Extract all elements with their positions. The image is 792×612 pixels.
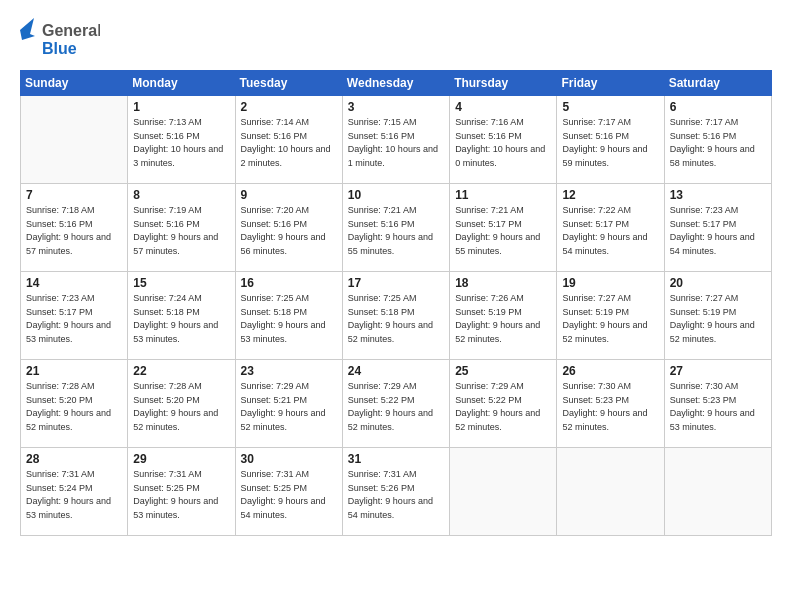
calendar-cell: 21Sunrise: 7:28 AMSunset: 5:20 PMDayligh… bbox=[21, 360, 128, 448]
calendar-cell: 20Sunrise: 7:27 AMSunset: 5:19 PMDayligh… bbox=[664, 272, 771, 360]
calendar-cell: 24Sunrise: 7:29 AMSunset: 5:22 PMDayligh… bbox=[342, 360, 449, 448]
day-number: 2 bbox=[241, 100, 337, 114]
day-info: Sunrise: 7:13 AMSunset: 5:16 PMDaylight:… bbox=[133, 116, 229, 170]
day-info: Sunrise: 7:31 AMSunset: 5:26 PMDaylight:… bbox=[348, 468, 444, 522]
calendar-cell: 16Sunrise: 7:25 AMSunset: 5:18 PMDayligh… bbox=[235, 272, 342, 360]
page: GeneralBlue SundayMondayTuesdayWednesday… bbox=[0, 0, 792, 612]
calendar-cell: 8Sunrise: 7:19 AMSunset: 5:16 PMDaylight… bbox=[128, 184, 235, 272]
calendar-week-3: 21Sunrise: 7:28 AMSunset: 5:20 PMDayligh… bbox=[21, 360, 772, 448]
calendar-cell: 26Sunrise: 7:30 AMSunset: 5:23 PMDayligh… bbox=[557, 360, 664, 448]
logo: GeneralBlue bbox=[20, 18, 100, 62]
day-info: Sunrise: 7:17 AMSunset: 5:16 PMDaylight:… bbox=[562, 116, 658, 170]
day-info: Sunrise: 7:17 AMSunset: 5:16 PMDaylight:… bbox=[670, 116, 766, 170]
day-number: 22 bbox=[133, 364, 229, 378]
day-number: 20 bbox=[670, 276, 766, 290]
svg-marker-0 bbox=[20, 18, 35, 40]
day-number: 10 bbox=[348, 188, 444, 202]
calendar-cell: 10Sunrise: 7:21 AMSunset: 5:16 PMDayligh… bbox=[342, 184, 449, 272]
col-header-tuesday: Tuesday bbox=[235, 71, 342, 96]
day-number: 30 bbox=[241, 452, 337, 466]
day-info: Sunrise: 7:29 AMSunset: 5:22 PMDaylight:… bbox=[455, 380, 551, 434]
calendar-cell: 4Sunrise: 7:16 AMSunset: 5:16 PMDaylight… bbox=[450, 96, 557, 184]
calendar-cell bbox=[21, 96, 128, 184]
col-header-thursday: Thursday bbox=[450, 71, 557, 96]
day-number: 3 bbox=[348, 100, 444, 114]
day-number: 24 bbox=[348, 364, 444, 378]
calendar-cell: 14Sunrise: 7:23 AMSunset: 5:17 PMDayligh… bbox=[21, 272, 128, 360]
day-info: Sunrise: 7:22 AMSunset: 5:17 PMDaylight:… bbox=[562, 204, 658, 258]
day-info: Sunrise: 7:27 AMSunset: 5:19 PMDaylight:… bbox=[562, 292, 658, 346]
day-info: Sunrise: 7:14 AMSunset: 5:16 PMDaylight:… bbox=[241, 116, 337, 170]
svg-text:General: General bbox=[42, 22, 100, 39]
calendar-week-4: 28Sunrise: 7:31 AMSunset: 5:24 PMDayligh… bbox=[21, 448, 772, 536]
calendar-cell: 15Sunrise: 7:24 AMSunset: 5:18 PMDayligh… bbox=[128, 272, 235, 360]
calendar-cell: 1Sunrise: 7:13 AMSunset: 5:16 PMDaylight… bbox=[128, 96, 235, 184]
col-header-saturday: Saturday bbox=[664, 71, 771, 96]
day-number: 27 bbox=[670, 364, 766, 378]
day-info: Sunrise: 7:28 AMSunset: 5:20 PMDaylight:… bbox=[133, 380, 229, 434]
day-info: Sunrise: 7:16 AMSunset: 5:16 PMDaylight:… bbox=[455, 116, 551, 170]
calendar-cell: 22Sunrise: 7:28 AMSunset: 5:20 PMDayligh… bbox=[128, 360, 235, 448]
day-number: 16 bbox=[241, 276, 337, 290]
day-info: Sunrise: 7:31 AMSunset: 5:24 PMDaylight:… bbox=[26, 468, 122, 522]
day-number: 28 bbox=[26, 452, 122, 466]
calendar-cell: 29Sunrise: 7:31 AMSunset: 5:25 PMDayligh… bbox=[128, 448, 235, 536]
day-number: 29 bbox=[133, 452, 229, 466]
col-header-friday: Friday bbox=[557, 71, 664, 96]
day-info: Sunrise: 7:21 AMSunset: 5:16 PMDaylight:… bbox=[348, 204, 444, 258]
day-info: Sunrise: 7:26 AMSunset: 5:19 PMDaylight:… bbox=[455, 292, 551, 346]
day-number: 6 bbox=[670, 100, 766, 114]
col-header-wednesday: Wednesday bbox=[342, 71, 449, 96]
calendar-cell: 12Sunrise: 7:22 AMSunset: 5:17 PMDayligh… bbox=[557, 184, 664, 272]
calendar-cell: 27Sunrise: 7:30 AMSunset: 5:23 PMDayligh… bbox=[664, 360, 771, 448]
day-number: 19 bbox=[562, 276, 658, 290]
day-number: 17 bbox=[348, 276, 444, 290]
col-header-monday: Monday bbox=[128, 71, 235, 96]
day-info: Sunrise: 7:29 AMSunset: 5:21 PMDaylight:… bbox=[241, 380, 337, 434]
logo-svg: GeneralBlue bbox=[20, 18, 100, 62]
day-number: 31 bbox=[348, 452, 444, 466]
calendar-cell: 18Sunrise: 7:26 AMSunset: 5:19 PMDayligh… bbox=[450, 272, 557, 360]
day-info: Sunrise: 7:24 AMSunset: 5:18 PMDaylight:… bbox=[133, 292, 229, 346]
day-number: 7 bbox=[26, 188, 122, 202]
day-number: 9 bbox=[241, 188, 337, 202]
day-info: Sunrise: 7:19 AMSunset: 5:16 PMDaylight:… bbox=[133, 204, 229, 258]
calendar-cell: 7Sunrise: 7:18 AMSunset: 5:16 PMDaylight… bbox=[21, 184, 128, 272]
calendar-cell: 19Sunrise: 7:27 AMSunset: 5:19 PMDayligh… bbox=[557, 272, 664, 360]
calendar-cell: 23Sunrise: 7:29 AMSunset: 5:21 PMDayligh… bbox=[235, 360, 342, 448]
day-number: 23 bbox=[241, 364, 337, 378]
calendar-cell: 2Sunrise: 7:14 AMSunset: 5:16 PMDaylight… bbox=[235, 96, 342, 184]
calendar-cell bbox=[450, 448, 557, 536]
calendar-cell: 25Sunrise: 7:29 AMSunset: 5:22 PMDayligh… bbox=[450, 360, 557, 448]
day-number: 25 bbox=[455, 364, 551, 378]
header: GeneralBlue bbox=[20, 18, 772, 62]
svg-text:Blue: Blue bbox=[42, 40, 77, 57]
calendar-cell: 9Sunrise: 7:20 AMSunset: 5:16 PMDaylight… bbox=[235, 184, 342, 272]
day-number: 13 bbox=[670, 188, 766, 202]
day-info: Sunrise: 7:23 AMSunset: 5:17 PMDaylight:… bbox=[670, 204, 766, 258]
col-header-sunday: Sunday bbox=[21, 71, 128, 96]
day-number: 14 bbox=[26, 276, 122, 290]
calendar-cell: 30Sunrise: 7:31 AMSunset: 5:25 PMDayligh… bbox=[235, 448, 342, 536]
day-number: 21 bbox=[26, 364, 122, 378]
day-info: Sunrise: 7:28 AMSunset: 5:20 PMDaylight:… bbox=[26, 380, 122, 434]
day-info: Sunrise: 7:31 AMSunset: 5:25 PMDaylight:… bbox=[133, 468, 229, 522]
calendar-cell: 5Sunrise: 7:17 AMSunset: 5:16 PMDaylight… bbox=[557, 96, 664, 184]
day-info: Sunrise: 7:15 AMSunset: 5:16 PMDaylight:… bbox=[348, 116, 444, 170]
day-number: 1 bbox=[133, 100, 229, 114]
day-info: Sunrise: 7:20 AMSunset: 5:16 PMDaylight:… bbox=[241, 204, 337, 258]
calendar-cell bbox=[557, 448, 664, 536]
calendar-cell: 6Sunrise: 7:17 AMSunset: 5:16 PMDaylight… bbox=[664, 96, 771, 184]
day-number: 5 bbox=[562, 100, 658, 114]
calendar-cell: 17Sunrise: 7:25 AMSunset: 5:18 PMDayligh… bbox=[342, 272, 449, 360]
calendar-week-1: 7Sunrise: 7:18 AMSunset: 5:16 PMDaylight… bbox=[21, 184, 772, 272]
day-number: 18 bbox=[455, 276, 551, 290]
calendar-cell: 31Sunrise: 7:31 AMSunset: 5:26 PMDayligh… bbox=[342, 448, 449, 536]
calendar-cell: 3Sunrise: 7:15 AMSunset: 5:16 PMDaylight… bbox=[342, 96, 449, 184]
day-number: 4 bbox=[455, 100, 551, 114]
day-info: Sunrise: 7:29 AMSunset: 5:22 PMDaylight:… bbox=[348, 380, 444, 434]
day-info: Sunrise: 7:27 AMSunset: 5:19 PMDaylight:… bbox=[670, 292, 766, 346]
day-info: Sunrise: 7:25 AMSunset: 5:18 PMDaylight:… bbox=[348, 292, 444, 346]
day-number: 8 bbox=[133, 188, 229, 202]
calendar-cell: 13Sunrise: 7:23 AMSunset: 5:17 PMDayligh… bbox=[664, 184, 771, 272]
